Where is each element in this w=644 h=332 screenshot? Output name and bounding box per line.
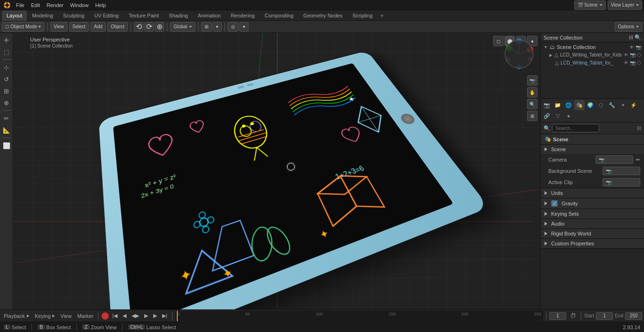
- snap-btn[interactable]: ⊞: [201, 22, 212, 32]
- tl-playback[interactable]: Playback: [2, 313, 31, 319]
- menu-render[interactable]: Render: [44, 0, 66, 10]
- scene-section-header[interactable]: 🎭 Scene: [541, 134, 644, 144]
- scale-tool[interactable]: ⊞: [1, 86, 12, 96]
- frame-ruler[interactable]: 0 50 100 150 200 250: [175, 311, 543, 321]
- tab-sculpting[interactable]: Sculpting: [58, 10, 89, 21]
- transform-btn2[interactable]: ⟳: [144, 22, 154, 32]
- current-frame-input[interactable]: [549, 312, 566, 320]
- viewport-toggle-btn[interactable]: ⊞: [527, 111, 537, 121]
- scene-selector[interactable]: 🎬 Scene: [574, 0, 605, 10]
- menu-edit[interactable]: Edit: [28, 0, 43, 10]
- outliner-filter-icon[interactable]: ⊟: [629, 34, 633, 40]
- prop-output-icon[interactable]: 📁: [553, 100, 563, 110]
- move-tool[interactable]: ⊹: [1, 62, 12, 73]
- status-zoom[interactable]: Z Zoom View: [83, 324, 116, 330]
- menu-help[interactable]: Help: [92, 0, 109, 10]
- tab-modeling[interactable]: Modeling: [27, 10, 58, 21]
- view-menu[interactable]: View: [50, 22, 67, 32]
- rigid-body-header[interactable]: Rigid Body World: [541, 229, 644, 238]
- background-scene-value[interactable]: 📷: [603, 167, 640, 175]
- annotate-tool[interactable]: ✏: [1, 113, 12, 123]
- measure-tool[interactable]: 📐: [1, 125, 12, 135]
- prop-data-icon[interactable]: ▽: [553, 111, 563, 121]
- tl-view[interactable]: View: [58, 313, 74, 319]
- tab-texture-paint[interactable]: Texture Paint: [124, 10, 164, 21]
- viewport-zoom-btn[interactable]: 🔍: [527, 99, 537, 109]
- tab-geometry-nodes[interactable]: Geometry Nodes: [298, 10, 347, 21]
- prop-render-icon[interactable]: 📷: [542, 100, 552, 110]
- record-btn[interactable]: [101, 312, 109, 320]
- mode-selector[interactable]: ⬡ Object Mode: [2, 22, 44, 32]
- tab-animation[interactable]: Animation: [193, 10, 226, 21]
- prop-physics-icon[interactable]: ⚡: [628, 100, 639, 110]
- camera-edit-icon[interactable]: ✏: [636, 157, 640, 163]
- outliner-scene-collection[interactable]: ▼ 🗂 Scene Collection 👁 📷: [541, 43, 644, 51]
- wireframe-btn[interactable]: ◻: [493, 36, 504, 46]
- add-workspace-button[interactable]: +: [378, 13, 386, 18]
- object-menu[interactable]: Object: [107, 22, 128, 32]
- end-frame-input[interactable]: [625, 312, 642, 320]
- transform-btn3[interactable]: ⊕: [155, 22, 164, 32]
- tab-uv-editing[interactable]: UV Editing: [90, 10, 124, 21]
- prop-particles-icon[interactable]: ✦: [618, 100, 628, 110]
- select-menu[interactable]: Select: [69, 22, 89, 32]
- prev-frame-btn[interactable]: ◀: [121, 313, 128, 319]
- outliner-item-0[interactable]: ▶ △ LCD_Writing_Tablet_for_Kids 👁 📷 ⬡: [546, 51, 644, 59]
- outliner-search-icon[interactable]: 🔍: [635, 34, 641, 40]
- frame-clock-icon[interactable]: ⏱: [568, 312, 578, 319]
- props-search-input[interactable]: [552, 124, 599, 132]
- tab-shading[interactable]: Shading: [164, 10, 192, 21]
- audio-header[interactable]: Audio: [541, 219, 644, 228]
- rotate-tool[interactable]: ↺: [1, 74, 12, 84]
- snap-dropdown[interactable]: ▾: [213, 22, 222, 32]
- view-layer-selector[interactable]: View Layer: [608, 0, 642, 10]
- units-header[interactable]: Units: [541, 188, 644, 198]
- next-frame-btn[interactable]: ▶: [151, 313, 159, 319]
- prop-material-icon[interactable]: ●: [563, 111, 574, 121]
- jump-start-btn[interactable]: |◀: [110, 313, 119, 319]
- status-lasso[interactable]: Ctrl+L Lasso Select: [128, 324, 176, 330]
- prop-object-icon[interactable]: ⬡: [596, 100, 606, 110]
- transform-tool[interactable]: ⊕: [1, 97, 12, 108]
- custom-props-header[interactable]: Custom Properties: [541, 239, 644, 248]
- menu-file[interactable]: File: [13, 0, 27, 10]
- tl-keying[interactable]: Keying: [33, 313, 57, 319]
- transform-btn[interactable]: ⟲: [134, 22, 143, 32]
- navigation-gizmo[interactable]: X Y Z: [503, 38, 536, 71]
- camera-value[interactable]: 📷: [595, 155, 633, 164]
- add-cube-tool[interactable]: ⬜: [1, 140, 12, 151]
- gravity-header[interactable]: ✓ Gravity: [541, 198, 644, 209]
- scene-subsection-header[interactable]: Scene: [541, 145, 644, 154]
- outliner-item-1[interactable]: △ LCD_Writing_Tablet_for_ 👁 📷 ⬡: [552, 59, 644, 67]
- viewport-camera-btn[interactable]: 📷: [527, 75, 537, 86]
- tab-rendering[interactable]: Rendering: [226, 10, 259, 21]
- viewport-hand-btn[interactable]: ✋: [527, 87, 537, 97]
- start-frame-input[interactable]: [596, 312, 613, 320]
- active-clip-value[interactable]: 📷: [603, 178, 640, 186]
- jump-end-btn[interactable]: ▶|: [160, 313, 169, 319]
- prop-scene-icon[interactable]: 🎭: [574, 100, 585, 110]
- tl-marker[interactable]: Marker: [75, 313, 95, 319]
- cursor-tool[interactable]: ✛: [1, 35, 12, 45]
- viewport[interactable]: x² + y = z² 2x + 3y = 0 1+2+3=6 ✦ ✦: [13, 33, 540, 309]
- tab-compositing[interactable]: Compositing: [260, 10, 298, 21]
- keying-sets-header[interactable]: Keying Sets: [541, 209, 644, 219]
- prop-viewlayer-icon[interactable]: 🌐: [563, 100, 574, 110]
- status-box-select[interactable]: B Box Select: [38, 324, 71, 330]
- proportional-dropdown[interactable]: ▾: [239, 22, 248, 32]
- gravity-checkbox[interactable]: ✓: [551, 200, 558, 207]
- menu-window[interactable]: Window: [67, 0, 91, 10]
- status-select[interactable]: L Select: [4, 324, 26, 330]
- proportional-btn[interactable]: ◎: [228, 22, 239, 32]
- reverse-play-btn[interactable]: ◀▶: [130, 313, 141, 319]
- tab-layout[interactable]: Layout: [2, 10, 27, 21]
- add-menu[interactable]: Add: [91, 22, 106, 32]
- transform-orientation[interactable]: Global: [170, 22, 195, 32]
- tab-scripting[interactable]: Scripting: [347, 10, 377, 21]
- select-box-tool[interactable]: ⬚: [1, 47, 12, 57]
- prop-modifier-icon[interactable]: 🔧: [607, 100, 617, 110]
- play-btn[interactable]: ▶: [142, 313, 150, 319]
- prop-world-icon[interactable]: 🌍: [585, 100, 595, 110]
- options-btn[interactable]: Options: [615, 22, 642, 32]
- prop-constraints-icon[interactable]: 🔗: [542, 111, 552, 121]
